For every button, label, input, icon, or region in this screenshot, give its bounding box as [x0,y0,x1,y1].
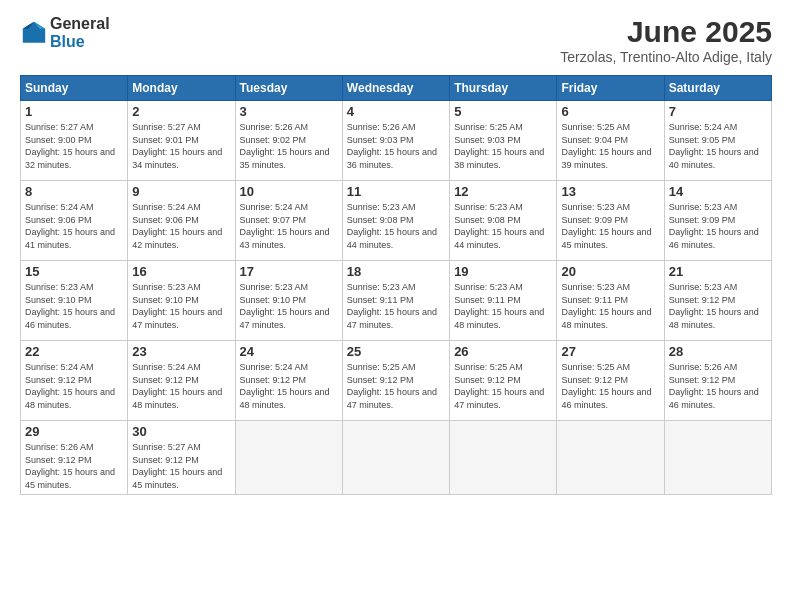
day-number: 17 [240,264,338,279]
calendar-cell: 4Sunrise: 5:26 AMSunset: 9:03 PMDaylight… [342,101,449,181]
day-info: Sunrise: 5:26 AMSunset: 9:12 PMDaylight:… [669,361,767,411]
day-number: 25 [347,344,445,359]
day-info: Sunrise: 5:25 AMSunset: 9:04 PMDaylight:… [561,121,659,171]
calendar-week-row: 1Sunrise: 5:27 AMSunset: 9:00 PMDaylight… [21,101,772,181]
day-number: 11 [347,184,445,199]
logo-text: General Blue [50,15,110,50]
day-info: Sunrise: 5:24 AMSunset: 9:12 PMDaylight:… [240,361,338,411]
day-number: 26 [454,344,552,359]
day-info: Sunrise: 5:23 AMSunset: 9:12 PMDaylight:… [669,281,767,331]
month-title: June 2025 [560,15,772,49]
day-number: 20 [561,264,659,279]
day-number: 22 [25,344,123,359]
calendar-cell: 9Sunrise: 5:24 AMSunset: 9:06 PMDaylight… [128,181,235,261]
day-info: Sunrise: 5:24 AMSunset: 9:06 PMDaylight:… [25,201,123,251]
day-info: Sunrise: 5:23 AMSunset: 9:10 PMDaylight:… [240,281,338,331]
header-thursday: Thursday [450,76,557,101]
calendar-cell: 30Sunrise: 5:27 AMSunset: 9:12 PMDayligh… [128,421,235,495]
logo-icon [20,19,48,47]
calendar-cell: 7Sunrise: 5:24 AMSunset: 9:05 PMDaylight… [664,101,771,181]
day-number: 7 [669,104,767,119]
calendar-cell: 25Sunrise: 5:25 AMSunset: 9:12 PMDayligh… [342,341,449,421]
day-info: Sunrise: 5:23 AMSunset: 9:09 PMDaylight:… [561,201,659,251]
day-info: Sunrise: 5:23 AMSunset: 9:08 PMDaylight:… [454,201,552,251]
day-number: 3 [240,104,338,119]
day-number: 9 [132,184,230,199]
day-number: 14 [669,184,767,199]
calendar-cell [450,421,557,495]
calendar-cell: 13Sunrise: 5:23 AMSunset: 9:09 PMDayligh… [557,181,664,261]
calendar-week-row: 22Sunrise: 5:24 AMSunset: 9:12 PMDayligh… [21,341,772,421]
logo-general: General [50,15,110,33]
calendar-cell: 27Sunrise: 5:25 AMSunset: 9:12 PMDayligh… [557,341,664,421]
day-info: Sunrise: 5:23 AMSunset: 9:11 PMDaylight:… [454,281,552,331]
calendar-cell: 24Sunrise: 5:24 AMSunset: 9:12 PMDayligh… [235,341,342,421]
day-info: Sunrise: 5:27 AMSunset: 9:01 PMDaylight:… [132,121,230,171]
day-number: 18 [347,264,445,279]
day-number: 15 [25,264,123,279]
day-number: 21 [669,264,767,279]
calendar-cell: 28Sunrise: 5:26 AMSunset: 9:12 PMDayligh… [664,341,771,421]
calendar-cell: 22Sunrise: 5:24 AMSunset: 9:12 PMDayligh… [21,341,128,421]
calendar-cell [557,421,664,495]
header: General Blue June 2025 Terzolas, Trentin… [20,15,772,65]
calendar-header: Sunday Monday Tuesday Wednesday Thursday… [21,76,772,101]
calendar-cell [664,421,771,495]
day-info: Sunrise: 5:24 AMSunset: 9:07 PMDaylight:… [240,201,338,251]
calendar-cell: 20Sunrise: 5:23 AMSunset: 9:11 PMDayligh… [557,261,664,341]
calendar-cell: 29Sunrise: 5:26 AMSunset: 9:12 PMDayligh… [21,421,128,495]
day-info: Sunrise: 5:27 AMSunset: 9:00 PMDaylight:… [25,121,123,171]
day-info: Sunrise: 5:23 AMSunset: 9:10 PMDaylight:… [25,281,123,331]
day-info: Sunrise: 5:25 AMSunset: 9:12 PMDaylight:… [347,361,445,411]
logo-blue: Blue [50,33,110,51]
day-info: Sunrise: 5:25 AMSunset: 9:12 PMDaylight:… [561,361,659,411]
day-number: 24 [240,344,338,359]
day-number: 12 [454,184,552,199]
header-sunday: Sunday [21,76,128,101]
header-monday: Monday [128,76,235,101]
calendar-cell: 26Sunrise: 5:25 AMSunset: 9:12 PMDayligh… [450,341,557,421]
calendar-week-row: 15Sunrise: 5:23 AMSunset: 9:10 PMDayligh… [21,261,772,341]
calendar-cell: 3Sunrise: 5:26 AMSunset: 9:02 PMDaylight… [235,101,342,181]
calendar-page: General Blue June 2025 Terzolas, Trentin… [0,0,792,612]
header-tuesday: Tuesday [235,76,342,101]
day-number: 5 [454,104,552,119]
day-number: 2 [132,104,230,119]
day-number: 1 [25,104,123,119]
header-saturday: Saturday [664,76,771,101]
day-info: Sunrise: 5:25 AMSunset: 9:03 PMDaylight:… [454,121,552,171]
day-number: 28 [669,344,767,359]
calendar-week-row: 8Sunrise: 5:24 AMSunset: 9:06 PMDaylight… [21,181,772,261]
day-info: Sunrise: 5:24 AMSunset: 9:12 PMDaylight:… [132,361,230,411]
day-number: 4 [347,104,445,119]
calendar-cell: 1Sunrise: 5:27 AMSunset: 9:00 PMDaylight… [21,101,128,181]
day-number: 27 [561,344,659,359]
day-info: Sunrise: 5:23 AMSunset: 9:11 PMDaylight:… [347,281,445,331]
day-number: 6 [561,104,659,119]
day-number: 13 [561,184,659,199]
day-info: Sunrise: 5:25 AMSunset: 9:12 PMDaylight:… [454,361,552,411]
calendar-cell: 12Sunrise: 5:23 AMSunset: 9:08 PMDayligh… [450,181,557,261]
calendar-cell: 8Sunrise: 5:24 AMSunset: 9:06 PMDaylight… [21,181,128,261]
title-section: June 2025 Terzolas, Trentino-Alto Adige,… [560,15,772,65]
calendar-cell: 5Sunrise: 5:25 AMSunset: 9:03 PMDaylight… [450,101,557,181]
calendar-cell: 2Sunrise: 5:27 AMSunset: 9:01 PMDaylight… [128,101,235,181]
day-number: 10 [240,184,338,199]
day-number: 29 [25,424,123,439]
calendar-cell: 10Sunrise: 5:24 AMSunset: 9:07 PMDayligh… [235,181,342,261]
day-info: Sunrise: 5:23 AMSunset: 9:10 PMDaylight:… [132,281,230,331]
calendar-cell: 18Sunrise: 5:23 AMSunset: 9:11 PMDayligh… [342,261,449,341]
calendar-cell: 11Sunrise: 5:23 AMSunset: 9:08 PMDayligh… [342,181,449,261]
day-info: Sunrise: 5:24 AMSunset: 9:12 PMDaylight:… [25,361,123,411]
calendar-cell: 19Sunrise: 5:23 AMSunset: 9:11 PMDayligh… [450,261,557,341]
header-friday: Friday [557,76,664,101]
calendar-cell [342,421,449,495]
calendar-cell: 16Sunrise: 5:23 AMSunset: 9:10 PMDayligh… [128,261,235,341]
day-info: Sunrise: 5:27 AMSunset: 9:12 PMDaylight:… [132,441,230,491]
calendar-cell [235,421,342,495]
calendar-cell: 21Sunrise: 5:23 AMSunset: 9:12 PMDayligh… [664,261,771,341]
calendar-body: 1Sunrise: 5:27 AMSunset: 9:00 PMDaylight… [21,101,772,495]
calendar-cell: 6Sunrise: 5:25 AMSunset: 9:04 PMDaylight… [557,101,664,181]
weekday-header-row: Sunday Monday Tuesday Wednesday Thursday… [21,76,772,101]
day-info: Sunrise: 5:24 AMSunset: 9:05 PMDaylight:… [669,121,767,171]
